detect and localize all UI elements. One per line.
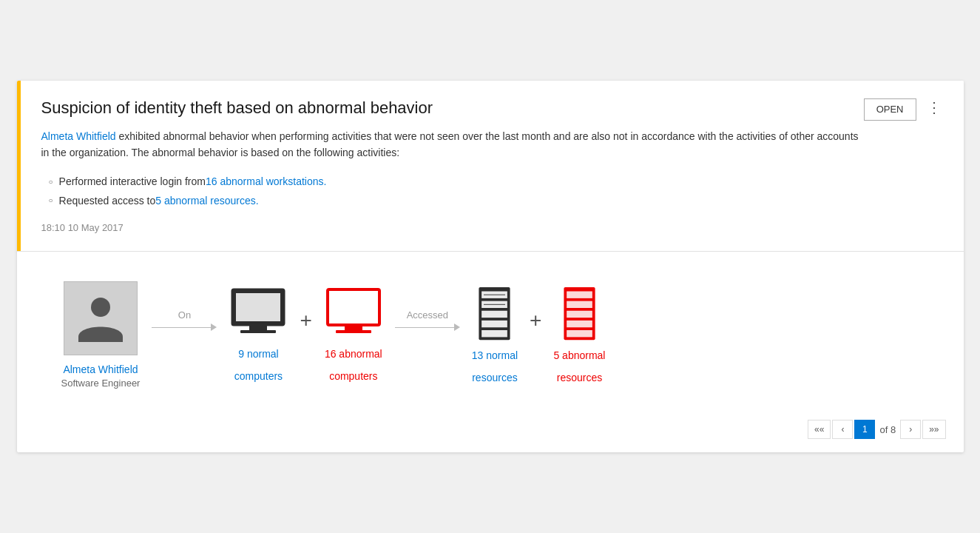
page-of-text: of 8 — [879, 424, 896, 435]
svg-rect-8 — [345, 325, 362, 330]
abnormal-computers-type: computers — [329, 369, 377, 384]
normal-resources-item: 13 normal resources — [472, 286, 518, 385]
user-role-label: Software Engineer — [61, 377, 141, 390]
activity-2-prefix: Requested access to — [59, 192, 156, 210]
alert-content: Suspicion of identity theft based on abn… — [41, 98, 864, 233]
diagram-user: Almeta Whitfield Software Engineer — [61, 281, 141, 391]
svg-rect-20 — [567, 301, 592, 308]
main-card: Suspicion of identity theft based on abn… — [17, 81, 964, 453]
accessed-arrow — [395, 324, 460, 331]
activity-2-link[interactable]: 5 abnormal resources. — [155, 192, 258, 210]
first-page-button[interactable]: «« — [808, 420, 831, 439]
svg-rect-19 — [567, 292, 592, 298]
avatar-svg — [78, 294, 123, 342]
svg-rect-6 — [240, 330, 276, 333]
activity-item-2: Requested access to 5 abnormal resources… — [49, 192, 864, 210]
description-text: exhibited abnormal behavior when perform… — [41, 130, 859, 158]
normal-computers-type: computers — [234, 369, 283, 384]
abnormal-resource-icon — [559, 286, 600, 341]
normal-resources-type: resources — [472, 371, 517, 386]
on-label: On — [178, 309, 191, 321]
diagram-section: Almeta Whitfield Software Engineer On — [17, 252, 964, 413]
accessed-connector: Accessed — [395, 309, 460, 331]
pagination: «« ‹ 1 of 8 › »» — [17, 412, 964, 452]
activity-1-link[interactable]: 16 abnormal workstations. — [206, 172, 326, 191]
activity-item-1: Performed interactive login from 16 abno… — [49, 172, 864, 191]
abnormal-resources-type: resources — [557, 371, 602, 386]
svg-rect-22 — [567, 321, 592, 327]
svg-rect-14 — [482, 321, 508, 327]
diagram: Almeta Whitfield Software Engineer On — [61, 281, 919, 391]
normal-computer-icon — [229, 288, 288, 340]
svg-rect-9 — [336, 330, 371, 333]
prev-page-button[interactable]: ‹ — [832, 420, 853, 439]
user-avatar — [64, 281, 138, 355]
svg-point-0 — [91, 298, 110, 317]
normal-resource-icon — [474, 286, 515, 341]
plus-sign-2: + — [530, 309, 541, 332]
normal-computers-item: 9 normal computers — [229, 288, 288, 383]
abnormal-resources-item: 5 abnormal resources — [553, 286, 605, 385]
activities-list: Performed interactive login from 16 abno… — [41, 172, 864, 209]
svg-rect-15 — [482, 330, 508, 337]
user-name-label: Almeta Whitfield — [63, 363, 138, 378]
alert-title: Suspicion of identity theft based on abn… — [41, 98, 864, 118]
abnormal-resources-count: 5 abnormal — [553, 349, 605, 363]
svg-rect-23 — [567, 330, 592, 337]
current-page-button[interactable]: 1 — [854, 420, 875, 439]
timestamp: 18:10 10 May 2017 — [41, 222, 864, 233]
last-page-button[interactable]: »» — [922, 420, 945, 439]
abnormal-computer-icon — [324, 288, 383, 340]
normal-resources-count: 13 normal — [472, 349, 518, 363]
svg-rect-5 — [249, 325, 267, 330]
open-button[interactable]: OPEN — [864, 98, 916, 121]
svg-rect-21 — [567, 311, 592, 318]
user-link[interactable]: Almeta Whitfield — [41, 130, 116, 142]
top-actions: OPEN ⋮ — [864, 98, 946, 233]
alert-description: Almeta Whitfield exhibited abnormal beha… — [41, 128, 864, 161]
alert-section: Suspicion of identity theft based on abn… — [17, 81, 964, 251]
on-connector: On — [152, 309, 217, 331]
plus-sign-1: + — [300, 309, 311, 332]
activity-1-prefix: Performed interactive login from — [59, 172, 206, 191]
svg-rect-3 — [236, 293, 280, 321]
accessed-label: Accessed — [407, 309, 448, 321]
on-arrow — [152, 324, 217, 331]
svg-rect-13 — [482, 311, 508, 318]
abnormal-computers-item: 16 abnormal computers — [324, 288, 383, 383]
next-page-button[interactable]: › — [900, 420, 921, 439]
svg-rect-7 — [328, 289, 379, 325]
normal-computers-count: 9 normal — [238, 347, 278, 362]
more-menu-button[interactable]: ⋮ — [922, 98, 946, 116]
abnormal-computers-count: 16 abnormal — [325, 347, 382, 362]
